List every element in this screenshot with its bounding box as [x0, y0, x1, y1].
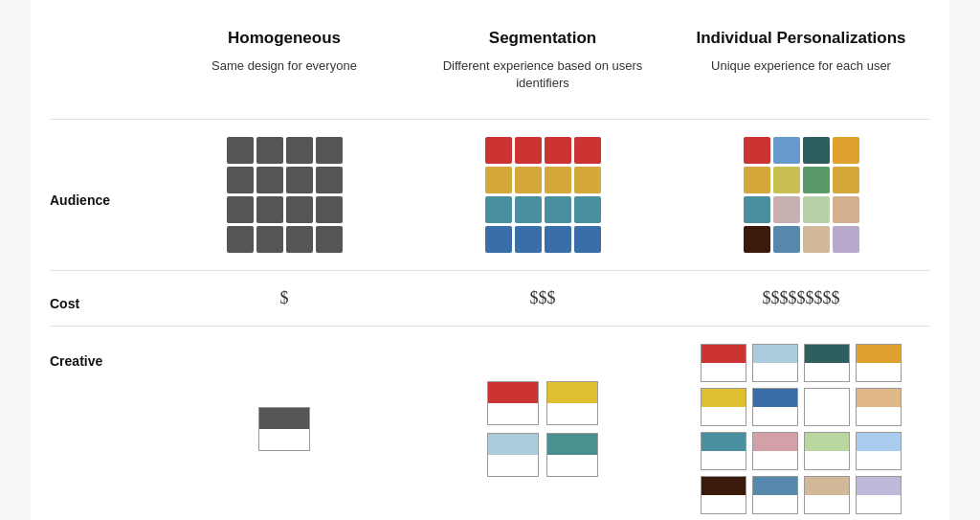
header-col1: Homogeneous [155, 29, 413, 57]
audience-col2-color-cell [485, 167, 512, 193]
audience-col3-color-cell [744, 167, 770, 193]
audience-col3-color-cell [833, 167, 859, 193]
comparison-grid: Homogeneous Segmentation Individual Pers… [50, 29, 930, 520]
creative-card-top [857, 477, 901, 495]
audience-col1-color-cell [256, 167, 283, 193]
audience-col3-cell [672, 124, 930, 266]
audience-col1-color-cell [286, 196, 313, 223]
creative-col3-cell [672, 330, 930, 520]
creative-card-top [753, 477, 797, 495]
creative-card-bottom [857, 451, 901, 469]
creative-card-bottom [857, 363, 901, 381]
creative-card-bottom [702, 495, 746, 513]
audience-col2-color-cell [545, 196, 571, 223]
audience-col2-color-cell [574, 137, 601, 164]
creative-card-top [702, 389, 746, 407]
cost-col3-value: $$$$$$$$$ [763, 288, 840, 308]
creative-card-top [753, 433, 797, 451]
desc-col1: Same design for everyone [155, 57, 413, 115]
cost-col3-cell: $$$$$$$$$ [672, 275, 930, 322]
audience-col2-cell [413, 124, 672, 266]
creative-card-bottom [753, 407, 797, 425]
audience-col1-color-cell [286, 137, 313, 164]
creative-card-top [547, 434, 597, 455]
audience-col3-color-cell [744, 226, 770, 253]
creative-col1-bottom [259, 429, 309, 450]
creative-card-top [753, 345, 797, 363]
creative-col2-card [546, 433, 598, 477]
audience-col3-color-cell [803, 167, 830, 193]
creative-col3-card [856, 432, 902, 470]
audience-col1-color-cell [256, 226, 283, 253]
creative-card-top [702, 345, 746, 363]
creative-col3-card [804, 388, 850, 426]
creative-col3-card [752, 432, 798, 470]
audience-col2-color-cell [515, 137, 542, 164]
creative-card-bottom [857, 407, 901, 425]
creative-card-bottom [753, 451, 797, 469]
audience-col3-color-cell [773, 226, 800, 253]
audience-col1-color-cell [256, 137, 283, 164]
audience-col3-color-cell [803, 226, 830, 253]
creative-card-top [805, 345, 849, 363]
creative-col3-card [701, 432, 746, 470]
creative-col2-card [487, 381, 539, 425]
creative-card-bottom [547, 403, 597, 424]
audience-col3-color-cell [773, 196, 800, 223]
creative-card-top [805, 389, 849, 407]
creative-card-top [805, 433, 849, 451]
audience-col2-color-cell [574, 196, 601, 223]
main-container: Homogeneous Segmentation Individual Pers… [31, 0, 949, 520]
creative-card-top [805, 477, 849, 495]
creative-card-bottom [702, 363, 746, 381]
desc-col3: Unique experience for each user [672, 57, 930, 115]
creative-col1-top [259, 408, 309, 429]
separator-2 [50, 270, 930, 271]
audience-col2-color-cell [515, 167, 542, 193]
separator-3 [50, 326, 930, 327]
audience-col1-color-cell [227, 167, 254, 193]
audience-col1-color-cell [286, 226, 313, 253]
audience-col1-color-cell [227, 196, 254, 223]
audience-col1-color-cell [316, 226, 343, 253]
audience-col3-color-cell [744, 196, 770, 223]
audience-col2-color-cell [545, 167, 571, 193]
creative-card-bottom [805, 495, 849, 513]
audience-col2-color-cell [485, 137, 512, 164]
audience-col1-cell [155, 124, 413, 266]
audience-col2-color-cell [485, 226, 512, 253]
audience-col3-color-cell [744, 137, 770, 164]
creative-card-bottom [805, 451, 849, 469]
creative-col3-card [856, 388, 902, 426]
audience-col1-color-cell [316, 167, 343, 193]
separator-1 [50, 119, 930, 120]
creative-col3-card [701, 388, 746, 426]
creative-card-bottom [753, 495, 797, 513]
audience-col2-color-cell [515, 196, 542, 223]
audience-col1-color-cell [286, 167, 313, 193]
audience-col3-color-cell [773, 137, 800, 164]
audience-col1-color-cell [316, 137, 343, 164]
audience-col3-color-cell [833, 196, 859, 223]
audience-col3-color-cell [803, 137, 830, 164]
creative-card-top [702, 433, 746, 451]
creative-col3-card [804, 344, 850, 382]
creative-card-top [547, 382, 597, 403]
cost-col2-cell: $$$ [413, 275, 672, 322]
creative-col3-card [804, 432, 850, 470]
audience-col2-color-cell [574, 226, 601, 253]
audience-col1-color-cell [256, 196, 283, 223]
audience-col3-color-cell [833, 226, 859, 253]
creative-col3-card [856, 344, 902, 382]
cost-label: Cost [50, 275, 155, 322]
creative-col1-card [258, 407, 310, 451]
creative-card-top [857, 433, 901, 451]
creative-card-bottom [488, 403, 538, 424]
creative-col3-card [701, 344, 746, 382]
creative-col3-grid [701, 344, 902, 514]
desc-label-empty [50, 57, 155, 115]
creative-card-top [857, 389, 901, 407]
creative-card-bottom [753, 363, 797, 381]
header-col2: Segmentation [413, 29, 672, 57]
creative-col3-card [804, 476, 850, 514]
